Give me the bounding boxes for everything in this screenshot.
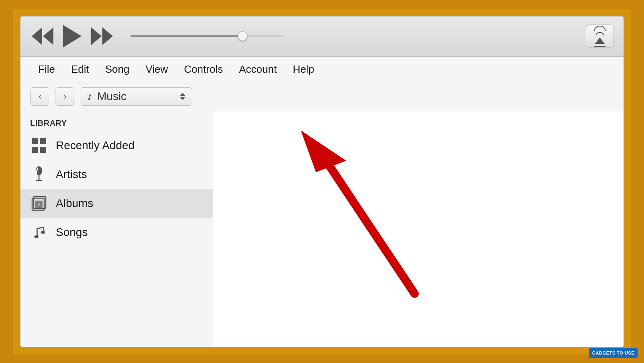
volume-slider[interactable] [130, 35, 283, 37]
sidebar-item-songs[interactable]: Songs [20, 218, 213, 247]
sidebar-item-artists[interactable]: Artists [20, 160, 213, 189]
svg-text:♪: ♪ [38, 201, 41, 207]
songs-icon [30, 224, 48, 241]
transport-controls [30, 23, 114, 49]
annotation-arrow [213, 111, 624, 347]
recently-added-label: Recently Added [56, 139, 135, 152]
menu-item-edit[interactable]: Edit [63, 60, 97, 79]
sidebar-item-recently-added[interactable]: Recently Added [20, 131, 213, 160]
right-panel [213, 111, 624, 347]
chevron-down-icon [180, 97, 185, 100]
play-button[interactable] [61, 23, 83, 49]
chevron-updown-icon [180, 93, 185, 100]
menu-item-view[interactable]: View [137, 60, 176, 79]
svg-point-12 [34, 235, 39, 238]
menu-item-song[interactable]: Song [97, 60, 138, 79]
grid-icon [30, 137, 48, 154]
airplay-icon [594, 26, 606, 47]
nav-bar: ‹ › ♪ Music [20, 82, 624, 111]
menu-item-account[interactable]: Account [231, 60, 285, 79]
albums-icon: ♪ [30, 195, 48, 212]
svg-rect-1 [40, 138, 46, 144]
chevron-up-icon [180, 93, 185, 96]
svg-line-15 [324, 157, 415, 293]
svg-rect-2 [32, 147, 38, 153]
songs-label: Songs [56, 226, 88, 239]
music-note-icon: ♪ [87, 90, 92, 103]
airplay-button[interactable] [586, 25, 614, 48]
menu-bar: File Edit Song View Controls Account Hel… [20, 57, 624, 82]
fast-forward-button[interactable] [90, 26, 114, 47]
sidebar: Library Recently Added [20, 111, 213, 347]
back-button[interactable]: ‹ [30, 87, 50, 106]
svg-rect-3 [40, 147, 46, 153]
transport-bar [20, 16, 624, 57]
fast-forward-icon [91, 27, 113, 45]
ff-triangle-1 [91, 27, 102, 45]
volume-slider-wrapper [130, 35, 283, 37]
rewind-icon [32, 27, 53, 45]
mic-icon [30, 166, 48, 183]
outer-border: File Edit Song View Controls Account Hel… [13, 9, 631, 355]
main-content: Library Recently Added [20, 111, 624, 347]
ff-triangle-2 [102, 27, 113, 45]
source-label: Music [97, 90, 175, 103]
svg-point-13 [41, 231, 45, 234]
menu-item-help[interactable]: Help [285, 60, 322, 79]
sidebar-section-library: Library [20, 111, 213, 131]
forward-button[interactable]: › [55, 87, 75, 106]
menu-item-file[interactable]: File [30, 60, 63, 79]
forward-icon: › [63, 91, 66, 102]
albums-label: Albums [56, 197, 93, 210]
svg-marker-16 [301, 130, 346, 172]
rewind-triangle-2 [43, 27, 53, 45]
app-window: File Edit Song View Controls Account Hel… [20, 16, 624, 347]
back-icon: ‹ [39, 91, 41, 102]
play-icon [63, 25, 82, 47]
artists-label: Artists [56, 168, 87, 181]
sidebar-item-albums[interactable]: ♪ Albums [20, 189, 213, 218]
source-selector[interactable]: ♪ Music [80, 87, 192, 106]
menu-item-controls[interactable]: Controls [176, 60, 231, 79]
rewind-triangle-1 [32, 27, 42, 45]
rewind-button[interactable] [30, 26, 55, 47]
svg-rect-0 [32, 138, 38, 144]
